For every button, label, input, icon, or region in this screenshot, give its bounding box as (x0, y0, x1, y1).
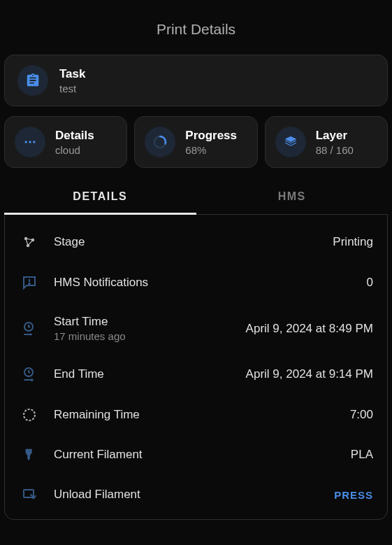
row-unload-filament: Unload Filament PRESS (19, 474, 373, 515)
row-start-time: Start Time 17 minutes ago April 9, 2024 … (19, 303, 373, 354)
clock-start-icon (19, 320, 40, 337)
task-card[interactable]: Task test (4, 55, 388, 106)
tab-details[interactable]: DETAILS (4, 181, 196, 215)
unload-icon (19, 486, 40, 503)
alert-icon (19, 274, 40, 291)
stage-label: Stage (54, 235, 319, 249)
stat-progress[interactable]: Progress 68% (134, 116, 257, 168)
svg-point-13 (33, 497, 34, 498)
stage-icon (19, 234, 40, 250)
stat-progress-value: 68% (185, 144, 237, 156)
end-time-value: April 9, 2024 at 9:14 PM (246, 367, 373, 381)
dots-icon (15, 127, 45, 157)
current-filament-label: Current Filament (54, 448, 337, 462)
stat-details-value: cloud (55, 144, 94, 156)
details-panel: Stage Printing HMS Notifications 0 Start… (4, 215, 388, 520)
filament-icon (19, 447, 40, 462)
svg-point-11 (24, 409, 35, 420)
start-time-label: Start Time (54, 315, 232, 329)
hms-label: HMS Notifications (54, 276, 353, 290)
row-end-time: End Time April 9, 2024 at 9:14 PM (19, 354, 373, 395)
start-time-value: April 9, 2024 at 8:49 PM (246, 322, 373, 336)
task-value: test (59, 83, 86, 94)
row-remaining-time: Remaining Time 7:00 (19, 395, 373, 435)
svg-point-1 (29, 141, 31, 143)
svg-point-8 (29, 283, 30, 285)
current-filament-value: PLA (351, 448, 373, 462)
start-time-sublabel: 17 minutes ago (54, 330, 232, 342)
tab-hms[interactable]: HMS (196, 181, 389, 214)
unload-filament-label: Unload Filament (54, 488, 320, 502)
stat-layer-value: 88 / 160 (316, 144, 354, 156)
clock-end-icon (19, 366, 40, 383)
page-title: Print Details (4, 0, 388, 55)
timer-icon (19, 406, 40, 423)
end-time-label: End Time (54, 367, 232, 381)
row-hms-notifications: HMS Notifications 0 (19, 262, 373, 303)
row-current-filament: Current Filament PLA (19, 435, 373, 474)
stat-progress-title: Progress (185, 129, 237, 143)
svg-point-2 (33, 141, 35, 143)
svg-point-0 (25, 141, 27, 143)
stat-layer[interactable]: Layer 88 / 160 (265, 116, 388, 168)
clipboard-icon (17, 65, 48, 96)
task-title: Task (59, 67, 86, 81)
layers-icon (275, 127, 306, 157)
stat-details[interactable]: Details cloud (4, 116, 127, 168)
stats-row: Details cloud Progress 68% Layer 88 / 16… (4, 116, 388, 168)
progress-icon (145, 127, 175, 157)
hms-value: 0 (367, 276, 373, 290)
stat-details-title: Details (55, 129, 94, 143)
stat-layer-title: Layer (316, 129, 354, 143)
remaining-time-value: 7:00 (350, 408, 373, 422)
tabs: DETAILS HMS (4, 181, 388, 215)
row-stage: Stage Printing (19, 222, 373, 262)
unload-filament-button[interactable]: PRESS (334, 489, 373, 501)
stage-value: Printing (333, 235, 373, 249)
remaining-time-label: Remaining Time (54, 408, 336, 422)
